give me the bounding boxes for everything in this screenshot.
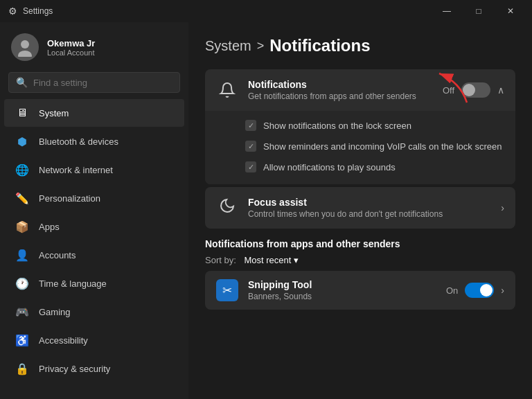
gaming-icon: 🎮 <box>15 305 29 319</box>
sidebar-item-time[interactable]: 🕐 Time & language <box>4 269 184 297</box>
notifications-main: Notifications Get notifications from app… <box>205 69 515 111</box>
from-apps-section-title: Notifications from apps and other sender… <box>205 238 515 249</box>
sidebar-item-label: Bluetooth & devices <box>39 136 118 147</box>
sidebar-item-label: Apps <box>39 222 60 232</box>
user-info: Okemwa Jr Local Account <box>47 38 95 57</box>
close-button[interactable]: ✕ <box>495 0 526 22</box>
toggle-knob <box>480 284 493 296</box>
network-icon: 🌐 <box>15 163 29 177</box>
sort-value[interactable]: Most recent ▾ <box>244 255 299 265</box>
toggle-knob <box>463 84 475 96</box>
sort-value-text: Most recent <box>244 255 291 265</box>
sounds-label: Allow notifications to play sounds <box>263 162 396 172</box>
sidebar-item-gaming[interactable]: 🎮 Gaming <box>4 298 184 326</box>
titlebar-title: Settings <box>23 6 53 16</box>
lock-screen-label: Show notifications on the lock screen <box>263 121 411 131</box>
avatar <box>11 33 39 61</box>
toggle-off-label: Off <box>443 85 454 96</box>
time-icon: 🕐 <box>15 276 29 290</box>
sidebar-item-label: Accounts <box>39 250 76 260</box>
search-icon: 🔍 <box>16 77 28 88</box>
apps-icon: 📦 <box>15 220 29 233</box>
accessibility-icon: ♿ <box>15 333 29 347</box>
notifications-toggle[interactable] <box>461 82 490 98</box>
sidebar-item-label: Network & internet <box>39 165 113 175</box>
app-toggle[interactable] <box>465 283 494 298</box>
sidebar-item-label: Privacy & security <box>39 364 110 374</box>
focus-title: Focus assist <box>248 197 491 208</box>
app-right: On › <box>446 283 504 298</box>
titlebar-controls: — □ ✕ <box>431 0 526 22</box>
reminders-label: Show reminders and incoming VoIP calls o… <box>263 141 502 152</box>
privacy-icon: 🔒 <box>15 362 29 375</box>
nav-items: 🖥 System ⬢ Bluetooth & devices 🌐 Network… <box>0 98 188 399</box>
focus-text: Focus assist Control times when you do a… <box>248 197 491 219</box>
sidebar-item-label: Personalization <box>39 193 100 204</box>
bell-icon <box>216 79 238 101</box>
app-row-chevron-icon: › <box>501 285 504 296</box>
snipping-tool-icon: ✂ <box>216 279 238 301</box>
app-row-snipping-tool[interactable]: ✂ Snipping Tool Banners, Sounds On › <box>205 271 515 310</box>
sidebar-item-personalization[interactable]: ✏️ Personalization <box>4 184 184 212</box>
sounds-checkbox[interactable] <box>245 161 256 172</box>
sidebar: Okemwa Jr Local Account 🔍 🖥 System ⬢ Blu… <box>0 22 188 399</box>
sidebar-item-label: Accessibility <box>39 335 88 346</box>
focus-chevron-icon: › <box>501 202 504 213</box>
app-name: Snipping Tool <box>248 279 436 290</box>
notifications-subtitle: Get notifications from apps and other se… <box>248 91 433 101</box>
app-subtitle: Banners, Sounds <box>248 292 436 301</box>
titlebar: ⚙ Settings — □ ✕ <box>0 0 532 22</box>
sort-label: Sort by: <box>205 255 236 265</box>
app-info: Snipping Tool Banners, Sounds <box>248 279 436 301</box>
sub-options: Show notifications on the lock screen Sh… <box>205 111 515 184</box>
sidebar-item-label: System <box>39 108 69 118</box>
bluetooth-icon: ⬢ <box>15 134 29 148</box>
sidebar-item-system[interactable]: 🖥 System <box>4 99 184 127</box>
sidebar-item-apps[interactable]: 📦 Apps <box>4 213 184 240</box>
page-header: System > Notifications <box>205 36 515 55</box>
user-section: Okemwa Jr Local Account <box>0 22 188 69</box>
sidebar-item-network[interactable]: 🌐 Network & internet <box>4 156 184 184</box>
focus-subtitle: Control times when you do and don't get … <box>248 209 491 219</box>
sidebar-item-label: Time & language <box>39 278 107 289</box>
svg-point-0 <box>21 40 29 48</box>
notifications-card: Notifications Get notifications from app… <box>205 69 515 184</box>
personalization-icon: ✏️ <box>15 191 29 205</box>
settings-icon: ⚙ <box>8 6 17 17</box>
search-box[interactable]: 🔍 <box>8 72 180 93</box>
breadcrumb-system: System <box>205 38 251 54</box>
sidebar-item-bluetooth[interactable]: ⬢ Bluetooth & devices <box>4 127 184 155</box>
page-title: Notifications <box>269 36 370 55</box>
search-input[interactable] <box>33 78 172 88</box>
lock-screen-checkbox[interactable] <box>245 120 256 131</box>
sidebar-item-accessibility[interactable]: ♿ Accessibility <box>4 326 184 354</box>
maximize-button[interactable]: □ <box>463 0 495 22</box>
titlebar-left: ⚙ Settings <box>8 6 53 17</box>
focus-assist-card[interactable]: Focus assist Control times when you do a… <box>205 187 515 229</box>
app-body: Okemwa Jr Local Account 🔍 🖥 System ⬢ Blu… <box>0 22 532 399</box>
sidebar-item-privacy[interactable]: 🔒 Privacy & security <box>4 355 184 382</box>
notifications-text: Notifications Get notifications from app… <box>248 79 433 101</box>
expand-chevron-icon[interactable]: ∧ <box>497 85 504 96</box>
accounts-icon: 👤 <box>15 248 29 262</box>
sidebar-item-label: Gaming <box>39 307 71 317</box>
svg-point-1 <box>18 51 32 57</box>
focus-icon <box>216 197 238 218</box>
sort-row: Sort by: Most recent ▾ <box>205 255 515 265</box>
app-toggle-label: On <box>446 285 458 296</box>
user-account: Local Account <box>47 48 95 57</box>
sub-option-sounds: Allow notifications to play sounds <box>245 157 515 177</box>
minimize-button[interactable]: — <box>431 0 463 22</box>
user-name: Okemwa Jr <box>47 38 95 48</box>
notifications-title: Notifications <box>248 79 433 90</box>
reminders-checkbox[interactable] <box>245 141 256 152</box>
notifications-controls: Off ∧ <box>443 82 504 98</box>
sort-chevron-icon: ▾ <box>294 255 299 265</box>
sidebar-item-accounts[interactable]: 👤 Accounts <box>4 241 184 269</box>
system-icon: 🖥 <box>15 106 29 120</box>
sub-option-reminders: Show reminders and incoming VoIP calls o… <box>245 136 515 157</box>
sub-option-lock-screen: Show notifications on the lock screen <box>245 115 515 136</box>
content-area: System > Notifications Notifications Get… <box>188 22 532 399</box>
breadcrumb-chevron: > <box>257 39 265 53</box>
